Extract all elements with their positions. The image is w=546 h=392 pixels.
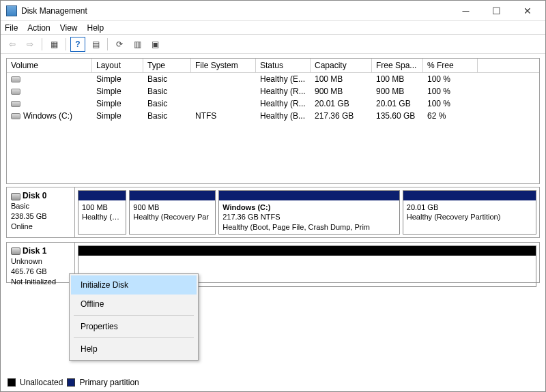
col-type[interactable]: Type — [143, 59, 191, 72]
col-layout[interactable]: Layout — [92, 59, 143, 72]
menu-file[interactable]: File — [5, 23, 18, 33]
disk-icon — [11, 76, 20, 82]
disk-partitions: 100 MBHealthy (EFI S900 MBHealthy (Recov… — [75, 187, 539, 237]
disk-icon — [11, 113, 20, 119]
volume-row[interactable]: Windows (C:)SimpleBasicNTFSHealthy (B...… — [7, 110, 539, 122]
volume-row[interactable]: SimpleBasicHealthy (R...900 MB900 MB100 … — [7, 85, 539, 97]
partition-color-bar — [78, 191, 126, 200]
disk-icon — [11, 89, 20, 95]
toolbar: ⇦ ⇨ ▦ ? ▤ ⟳ ▥ ▣ — [1, 35, 545, 54]
toolbar-separator — [66, 38, 66, 50]
partition[interactable]: 20.01 GBHealthy (Recovery Partition) — [403, 190, 536, 235]
back-button[interactable]: ⇦ — [5, 37, 20, 52]
legend-unallocated-label: Unallocated — [20, 378, 63, 387]
col-capacity[interactable]: Capacity — [311, 59, 372, 72]
volume-row[interactable]: SimpleBasicHealthy (E...100 MB100 MB100 … — [7, 73, 539, 85]
partition-color-bar — [219, 191, 399, 200]
partition-info — [78, 256, 536, 260]
partition-color-bar — [130, 191, 215, 200]
context-menu: Initialize Disk Offline Properties Help — [69, 273, 199, 361]
menu-action[interactable]: Action — [27, 23, 50, 33]
col-free-space[interactable]: Free Spa... — [372, 59, 423, 72]
ctx-help[interactable]: Help — [71, 340, 197, 359]
toolbar-separator — [42, 38, 42, 50]
toolbar-separator — [107, 38, 108, 50]
menu-view[interactable]: View — [60, 23, 78, 33]
partition[interactable]: 900 MBHealthy (Recovery Par — [129, 190, 216, 235]
disk-icon — [11, 247, 20, 255]
ctx-separator — [74, 337, 194, 338]
partition-info: 900 MBHealthy (Recovery Par — [130, 200, 215, 224]
partition[interactable]: 100 MBHealthy (EFI S — [78, 190, 126, 235]
partition-info: 100 MBHealthy (EFI S — [78, 200, 126, 224]
disk-icon — [11, 193, 20, 200]
close-button[interactable]: ✕ — [512, 1, 543, 20]
ctx-separator — [74, 315, 194, 316]
legend: Unallocated Primary partition — [8, 378, 139, 387]
refresh-icon[interactable]: ⟳ — [112, 37, 127, 52]
col-filesystem[interactable]: File System — [191, 59, 256, 72]
volume-list-body: SimpleBasicHealthy (E...100 MB100 MB100 … — [7, 73, 539, 183]
help-icon[interactable]: ? — [70, 37, 85, 52]
legend-swatch-unallocated — [8, 378, 16, 387]
volume-row[interactable]: SimpleBasicHealthy (R...20.01 GB20.01 GB… — [7, 97, 539, 110]
partition-info: 20.01 GBHealthy (Recovery Partition) — [403, 200, 536, 224]
toolbar-btn-1[interactable]: ▦ — [46, 37, 61, 52]
app-icon — [6, 5, 17, 16]
disk-panel: Disk 0Basic238.35 GBOnline100 MBHealthy … — [6, 187, 540, 238]
window-title: Disk Management — [21, 6, 450, 16]
minimize-button[interactable]: ─ — [450, 1, 481, 20]
maximize-button[interactable]: ☐ — [481, 1, 512, 20]
partition-color-bar — [403, 191, 536, 200]
disk-icon — [11, 101, 20, 107]
disk-graphical-view: Disk 0Basic238.35 GBOnline100 MBHealthy … — [6, 187, 540, 283]
col-status[interactable]: Status — [256, 59, 311, 72]
toolbar-btn-2[interactable]: ▤ — [88, 37, 103, 52]
menu-bar: File Action View Help — [1, 21, 545, 35]
disk-meta[interactable]: Disk 1Unknown465.76 GBNot Initialized — [7, 243, 75, 290]
volume-list: Volume Layout Type File System Status Ca… — [6, 58, 540, 184]
ctx-properties[interactable]: Properties — [71, 317, 197, 336]
ctx-offline[interactable]: Offline — [71, 295, 197, 314]
ctx-initialize-disk[interactable]: Initialize Disk — [71, 275, 197, 295]
forward-button[interactable]: ⇨ — [23, 37, 38, 52]
toolbar-btn-4[interactable]: ▣ — [147, 37, 162, 52]
partition[interactable]: Windows (C:)217.36 GB NTFSHealthy (Boot,… — [218, 190, 400, 235]
volume-list-header: Volume Layout Type File System Status Ca… — [7, 59, 539, 73]
toolbar-btn-3[interactable]: ▥ — [130, 37, 145, 52]
menu-help[interactable]: Help — [87, 23, 104, 33]
col-volume[interactable]: Volume — [7, 59, 92, 72]
partition-info: Windows (C:)217.36 GB NTFSHealthy (Boot,… — [219, 200, 399, 234]
partition-color-bar — [78, 246, 536, 256]
legend-primary-label: Primary partition — [79, 378, 139, 387]
col-percent-free[interactable]: % Free — [423, 59, 478, 72]
disk-meta[interactable]: Disk 0Basic238.35 GBOnline — [7, 187, 75, 237]
legend-swatch-primary — [67, 378, 75, 387]
title-bar: Disk Management ─ ☐ ✕ — [1, 1, 545, 21]
